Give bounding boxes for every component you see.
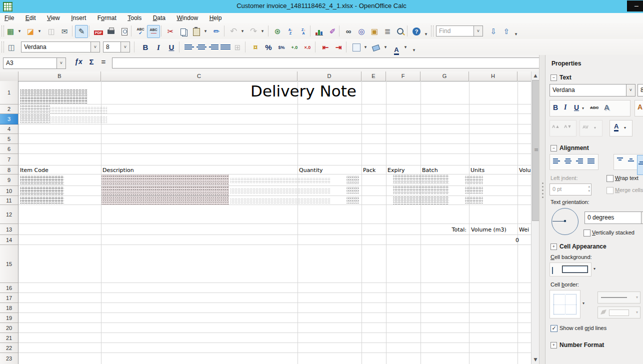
column-header-E[interactable]: E — [362, 72, 386, 82]
find-previous-button[interactable]: ⇧ — [500, 25, 513, 38]
function-wizard-button[interactable]: ƒx — [73, 58, 84, 68]
cell-border-button[interactable] — [550, 290, 580, 318]
input-line[interactable] — [112, 58, 542, 68]
column-header-F[interactable]: F — [386, 72, 420, 82]
row-header-8[interactable]: 8 — [0, 166, 18, 174]
merge-cells-button[interactable]: ⊞ — [231, 41, 244, 54]
column-header-C[interactable]: C — [101, 72, 298, 82]
row-header-18[interactable]: 18 — [0, 303, 18, 313]
redo-button[interactable]: ↷ — [247, 25, 260, 38]
column-header-D[interactable]: D — [298, 72, 362, 82]
line-style-dropdown[interactable]: ▾ — [598, 292, 640, 304]
autospellcheck-button[interactable]: ABC~~~ — [147, 25, 160, 38]
vertically-stacked-checkbox[interactable] — [584, 230, 590, 236]
menu-tools[interactable]: Tools — [123, 13, 146, 23]
font-size-dropdown[interactable]: ˅ — [120, 42, 130, 52]
number-format-percent-button[interactable]: % — [262, 41, 275, 54]
expand-number-format-section[interactable]: + — [550, 342, 557, 348]
background-color-button[interactable] — [370, 41, 383, 54]
sidebar-align-justify-button[interactable] — [586, 158, 596, 164]
vertical-scrollbar[interactable]: ▲ ▼ — [531, 72, 540, 364]
row-header-11[interactable]: 11 — [0, 196, 18, 205]
row-header-6[interactable]: 6 — [0, 144, 18, 154]
data-sources-button[interactable]: ≣ — [381, 25, 394, 38]
find-toolbar-grip[interactable] — [431, 26, 434, 36]
name-box[interactable]: A3 ˅ — [3, 58, 66, 69]
sidebar-font-color-dropdown[interactable]: ▾ — [624, 126, 626, 130]
toolbar-overflow[interactable]: ▾ — [423, 31, 429, 37]
cell-total-label[interactable]: Total: — [420, 226, 466, 233]
redo-dropdown[interactable]: ▾ — [260, 28, 266, 34]
align-left-button[interactable] — [183, 41, 196, 54]
email-button[interactable]: ✉ — [58, 25, 71, 38]
wrap-text-checkbox[interactable] — [606, 175, 614, 182]
column-header-G[interactable]: G — [420, 72, 469, 82]
help-button[interactable]: ? — [410, 25, 423, 38]
sum-button[interactable]: Σ — [86, 58, 97, 68]
open-button[interactable]: ◪ — [24, 25, 37, 38]
section-number-format[interactable]: Number Format — [560, 342, 604, 348]
row-header-3-selected[interactable]: 3 — [0, 114, 18, 124]
shadow-button[interactable]: A — [604, 103, 610, 112]
row-header-7[interactable]: 7 — [0, 154, 18, 166]
background-color-dropdown[interactable]: ▾ — [382, 44, 388, 50]
cell-volume-m3[interactable]: Volume (m3) — [471, 226, 506, 233]
cell-expiry[interactable]: Expiry — [388, 167, 405, 174]
left-indent-spinner[interactable]: 0 pt ▴ ▾ — [550, 184, 592, 196]
formatting-toolbar-overflow[interactable]: ▾ — [411, 47, 417, 53]
underline-dropdown[interactable]: ▾ — [582, 106, 584, 110]
show-grid-lines-checkbox[interactable]: ✓ — [550, 325, 558, 332]
merge-cells-checkbox[interactable] — [606, 187, 614, 194]
export-pdf-button[interactable]: PDF — [92, 25, 105, 38]
minimize-button[interactable]: – — [627, 0, 643, 12]
row-header-10[interactable]: 10 — [0, 186, 18, 196]
paste-dropdown[interactable]: ▾ — [202, 28, 208, 34]
row-header-14[interactable]: 14 — [0, 235, 18, 245]
show-grid-lines-label[interactable]: Show cell grid lines — [560, 325, 606, 331]
format-paintbrush-button[interactable]: ✏ — [210, 25, 223, 38]
orientation-dial[interactable] — [552, 208, 578, 235]
section-alignment[interactable]: Alignment — [560, 144, 589, 152]
scroll-up-button[interactable]: ▲ — [532, 72, 540, 80]
find-input[interactable]: Find ˅ — [436, 26, 483, 36]
hyperlink-button[interactable]: ⊛ — [271, 25, 284, 38]
sidebar-italic-button[interactable]: I — [564, 104, 566, 112]
section-cell-appearance[interactable]: Cell Appearance — [560, 243, 606, 250]
menu-data[interactable]: Data — [148, 13, 170, 23]
sidebar-underline-button[interactable]: U — [574, 104, 579, 112]
spellcheck-button[interactable]: ABC✓ — [134, 25, 147, 38]
paste-button[interactable] — [190, 25, 203, 38]
row-header-9[interactable]: 9 — [0, 174, 18, 186]
menu-help[interactable]: Help — [205, 13, 226, 23]
char-spacing-dropdown[interactable]: ▾ — [594, 126, 596, 130]
sidebar-font-color-button[interactable]: A — [614, 122, 618, 132]
sort-descending-button[interactable]: Z↓A — [297, 25, 310, 38]
cell-batch[interactable]: Batch — [422, 167, 438, 174]
sidebar-font-size-combo[interactable]: 8 — [638, 84, 643, 96]
sidebar-font-name-combo[interactable]: Verdana ˅ — [550, 84, 636, 96]
cell-background-dropdown[interactable]: ▾ — [594, 266, 596, 271]
row-header-13[interactable]: 13 — [0, 224, 18, 235]
collapse-cell-appearance-section[interactable]: + — [550, 244, 557, 250]
find-dropdown[interactable]: ˅ — [474, 26, 482, 36]
font-color-button[interactable]: A — [390, 41, 403, 54]
row-header-23[interactable]: 23 — [0, 353, 18, 364]
sidebar-align-left-button[interactable] — [552, 158, 561, 164]
column-header-partial[interactable] — [518, 72, 532, 82]
zoom-button[interactable] — [394, 25, 407, 38]
align-vcenter-button[interactable] — [627, 158, 635, 162]
collapse-text-section[interactable]: − — [550, 74, 557, 81]
row-header-12[interactable]: 12 — [0, 205, 18, 224]
increase-indent-button[interactable]: ⇥ — [332, 41, 345, 54]
menu-window[interactable]: Window — [172, 13, 202, 23]
undo-dropdown[interactable]: ▾ — [240, 28, 246, 34]
spin-up-icon[interactable]: ▴ — [588, 184, 590, 188]
cell-border-dropdown[interactable]: ▾ — [582, 301, 584, 306]
function-button[interactable]: = — [98, 58, 109, 68]
menu-view[interactable]: View — [42, 13, 64, 23]
gallery-button[interactable]: ▣ — [368, 25, 381, 38]
find-replace-button[interactable]: ∞ — [342, 25, 355, 38]
row-header-15[interactable]: 15 — [0, 245, 18, 283]
font-name-dropdown[interactable]: ˅ — [90, 42, 100, 52]
select-all-corner[interactable] — [0, 72, 18, 82]
